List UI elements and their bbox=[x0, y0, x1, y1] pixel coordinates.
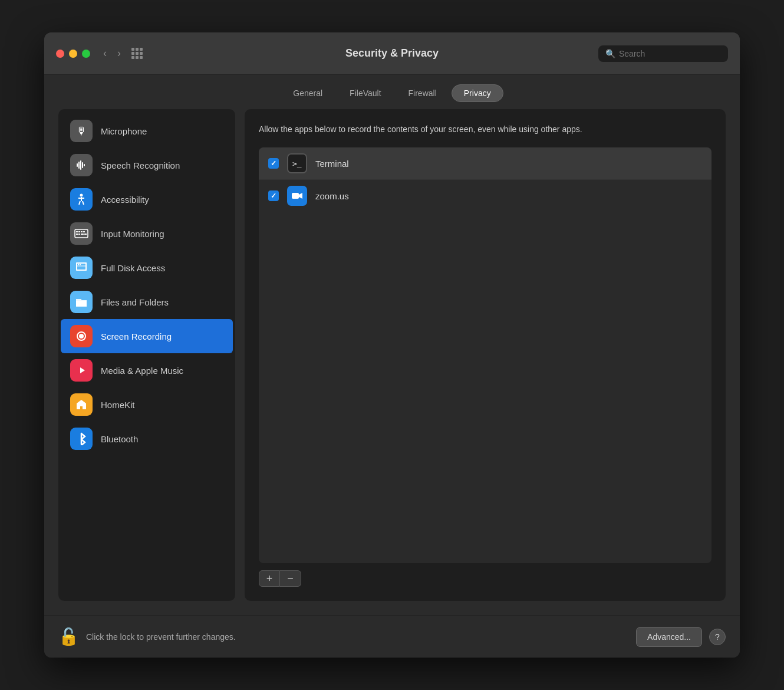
tab-privacy[interactable]: Privacy bbox=[452, 84, 503, 102]
panel-description: Allow the apps below to record the conte… bbox=[259, 123, 711, 136]
svg-line-8 bbox=[79, 201, 80, 205]
svg-rect-11 bbox=[76, 231, 78, 232]
app-row-terminal[interactable]: ✓ >_ Terminal bbox=[259, 147, 711, 180]
svg-point-5 bbox=[80, 194, 83, 197]
tab-filevault[interactable]: FileVault bbox=[337, 84, 393, 102]
svg-rect-26 bbox=[292, 193, 299, 199]
disk-icon bbox=[70, 257, 93, 279]
svg-rect-0 bbox=[77, 163, 78, 167]
grid-icon[interactable] bbox=[131, 48, 143, 59]
nav-buttons: ‹ › bbox=[100, 45, 124, 62]
remove-button[interactable]: − bbox=[280, 570, 301, 587]
speech-icon bbox=[70, 154, 93, 176]
tabs-bar: General FileVault Firewall Privacy bbox=[44, 75, 740, 109]
app-list: ✓ >_ Terminal ✓ bbox=[259, 147, 711, 563]
minimize-button[interactable] bbox=[69, 50, 77, 58]
svg-point-22 bbox=[80, 264, 81, 265]
sidebar-item-media[interactable]: Media & Apple Music bbox=[61, 353, 233, 387]
traffic-lights bbox=[56, 50, 90, 58]
lock-icon[interactable]: 🔓 bbox=[58, 627, 79, 646]
terminal-name: Terminal bbox=[315, 159, 349, 169]
sidebar-item-input[interactable]: Input Monitoring bbox=[61, 216, 233, 251]
sidebar-item-bluetooth[interactable]: Bluetooth bbox=[61, 422, 233, 456]
search-input[interactable] bbox=[619, 49, 721, 58]
lock-text: Click the lock to prevent further change… bbox=[86, 632, 629, 642]
app-row-zoom[interactable]: ✓ zoom.us bbox=[259, 180, 711, 212]
svg-rect-4 bbox=[84, 164, 85, 166]
sidebar-item-accessibility[interactable]: Accessibility bbox=[61, 182, 233, 216]
media-icon bbox=[70, 359, 93, 382]
check-icon: ✓ bbox=[271, 192, 276, 200]
bluetooth-icon bbox=[70, 428, 93, 450]
help-button[interactable]: ? bbox=[709, 629, 726, 645]
zoom-name: zoom.us bbox=[315, 191, 349, 201]
sidebar-item-label: Accessibility bbox=[101, 195, 149, 205]
zoom-checkbox[interactable]: ✓ bbox=[268, 190, 279, 201]
sidebar-item-homekit[interactable]: HomeKit bbox=[61, 387, 233, 422]
sidebar-item-label: Screen Recording bbox=[101, 331, 172, 341]
sidebar-item-label: Files and Folders bbox=[101, 297, 169, 307]
search-bar: 🔍 bbox=[598, 45, 728, 62]
input-icon bbox=[70, 222, 93, 245]
sidebar-item-disk[interactable]: Full Disk Access bbox=[61, 251, 233, 285]
terminal-icon: >_ bbox=[287, 153, 307, 173]
svg-rect-14 bbox=[83, 231, 85, 232]
sidebar: 🎙 Microphone Speech Recognition bbox=[58, 109, 235, 601]
tab-firewall[interactable]: Firewall bbox=[396, 84, 449, 102]
svg-text:>_: >_ bbox=[292, 159, 302, 168]
terminal-checkbox[interactable]: ✓ bbox=[268, 158, 279, 169]
titlebar: ‹ › Security & Privacy 🔍 bbox=[44, 32, 740, 75]
svg-rect-18 bbox=[84, 234, 87, 235]
search-icon: 🔍 bbox=[605, 49, 615, 58]
window-title: Security & Privacy bbox=[345, 47, 439, 60]
bottom-bar: 🔓 Click the lock to prevent further chan… bbox=[44, 615, 740, 658]
sidebar-item-screen[interactable]: Screen Recording bbox=[61, 319, 233, 353]
svg-rect-3 bbox=[82, 162, 83, 168]
svg-rect-17 bbox=[81, 234, 84, 235]
svg-rect-15 bbox=[76, 234, 78, 235]
main-window: ‹ › Security & Privacy 🔍 General FileVau… bbox=[44, 32, 740, 658]
microphone-icon: 🎙 bbox=[70, 120, 93, 142]
svg-rect-1 bbox=[78, 162, 80, 169]
maximize-button[interactable] bbox=[82, 50, 90, 58]
homekit-icon bbox=[70, 393, 93, 416]
add-button[interactable]: + bbox=[259, 570, 280, 587]
sidebar-item-label: Full Disk Access bbox=[101, 263, 165, 273]
forward-button[interactable]: › bbox=[114, 45, 124, 62]
sidebar-item-label: Microphone bbox=[101, 126, 147, 136]
svg-line-9 bbox=[83, 201, 84, 205]
sidebar-item-label: HomeKit bbox=[101, 400, 135, 410]
check-icon: ✓ bbox=[271, 159, 276, 167]
svg-point-21 bbox=[78, 264, 79, 265]
sidebar-item-label: Speech Recognition bbox=[101, 160, 180, 170]
zoom-icon bbox=[287, 186, 307, 206]
lock-symbol: 🔓 bbox=[58, 627, 79, 646]
list-actions: + − bbox=[259, 570, 711, 587]
back-button[interactable]: ‹ bbox=[100, 45, 110, 62]
advanced-button[interactable]: Advanced... bbox=[636, 627, 702, 647]
main-content: 🎙 Microphone Speech Recognition bbox=[44, 109, 740, 615]
sidebar-item-label: Input Monitoring bbox=[101, 229, 164, 239]
right-panel: Allow the apps below to record the conte… bbox=[245, 109, 726, 601]
screen-icon bbox=[70, 325, 93, 347]
sidebar-item-microphone[interactable]: 🎙 Microphone bbox=[61, 114, 233, 148]
sidebar-item-label: Bluetooth bbox=[101, 434, 138, 444]
svg-point-24 bbox=[79, 334, 84, 339]
tab-general[interactable]: General bbox=[281, 84, 335, 102]
sidebar-item-speech[interactable]: Speech Recognition bbox=[61, 148, 233, 182]
sidebar-item-files[interactable]: Files and Folders bbox=[61, 285, 233, 319]
accessibility-icon bbox=[70, 188, 93, 211]
files-icon bbox=[70, 291, 93, 313]
svg-rect-13 bbox=[81, 231, 83, 232]
sidebar-item-label: Media & Apple Music bbox=[101, 366, 183, 376]
svg-rect-12 bbox=[78, 231, 80, 232]
svg-rect-16 bbox=[78, 234, 80, 235]
svg-rect-2 bbox=[80, 160, 81, 170]
close-button[interactable] bbox=[56, 50, 64, 58]
